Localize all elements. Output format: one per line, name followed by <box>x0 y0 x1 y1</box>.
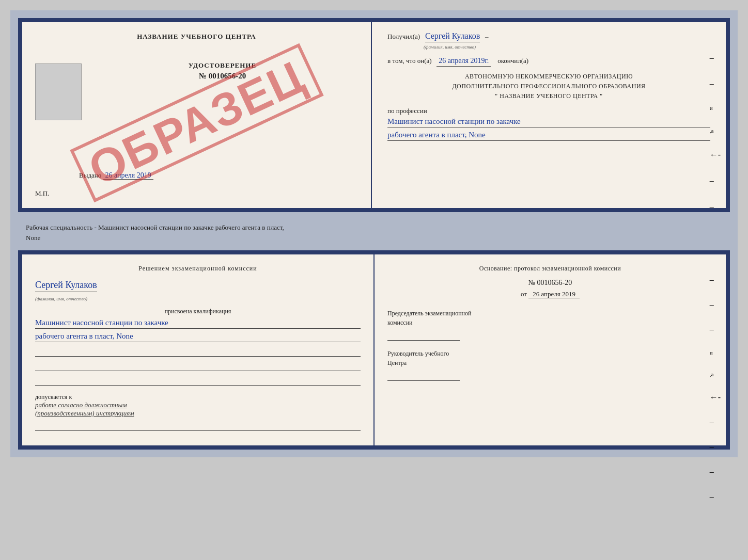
diploma-bottom-right: Основание: протокол экзаменационной коми… <box>375 254 726 445</box>
underline4 <box>35 421 361 431</box>
underline2 <box>35 361 361 371</box>
vydano-label: Выдано <box>79 171 101 179</box>
po-professii-label: по профессии <box>387 107 710 115</box>
udostoverenie-block: УДОСТОВЕРЕНИЕ № 0010656-20 <box>87 61 358 81</box>
protocol-number: № 0010656-20 <box>387 279 713 287</box>
rukovoditel-podpis-line <box>387 371 460 381</box>
dopuskaetsya-block: допускается к работе согласно должностны… <box>35 393 361 418</box>
org-line3: " НАЗВАНИЕ УЧЕБНОГО ЦЕНТРА " <box>387 91 710 101</box>
osnovaniye-block: Основание: протокол экзаменационной коми… <box>387 265 713 273</box>
profession-line1: Машинист насосной станции по закачке <box>387 117 710 127</box>
osnovaniye-label: Основание: протокол экзаменационной коми… <box>479 265 621 272</box>
udostoverenie-number: № 0010656-20 <box>87 72 358 81</box>
dopuskaetsya-label: допускается к <box>35 393 72 401</box>
familiya-label-top: (фамилия, имя, отчество) <box>424 44 476 50</box>
bottom-name: Сергей Кулаков <box>35 280 97 292</box>
photo-placeholder <box>35 63 82 120</box>
qual-line2: рабочего агента в пласт, None <box>35 332 361 342</box>
okonchil-label: окончил(а) <box>497 57 528 65</box>
rukovoditel-block: Руководитель учебногоЦентра <box>387 349 713 381</box>
completion-date: 26 апреля 2019г. <box>437 57 491 67</box>
ot-date: 26 апреля 2019 <box>528 290 580 298</box>
qual-line1: Машинист насосной станции по закачке <box>35 318 361 329</box>
vydano-line: Выдано 26 апреля 2019 <box>79 171 153 180</box>
diploma-top: НАЗВАНИЕ УЧЕБНОГО ЦЕНТРА УДОСТОВЕРЕНИЕ №… <box>18 18 730 212</box>
prisvoyena-label: присвоена квалификация <box>35 308 361 315</box>
ot-date-block: от 26 апреля 2019 <box>387 290 713 298</box>
number-label: № 0010656-20 <box>528 279 572 286</box>
bottom-familiya-label: (фамилия, имя, отчество) <box>35 296 87 301</box>
diploma-bottom: Решением экзаменационной комиссии Сергей… <box>18 250 730 450</box>
vtom-line: в том, что он(а) 26 апреля 2019г. окончи… <box>387 57 710 67</box>
org-line2: ДОПОЛНИТЕЛЬНОГО ПРОФЕССИОНАЛЬНОГО ОБРАЗО… <box>387 82 710 91</box>
vtom-label: в том, что он(а) <box>387 57 432 65</box>
underline3 <box>35 375 361 386</box>
recipient-name: Сергей Кулаков <box>425 31 480 42</box>
profession-line2: рабочего агента в пласт, None <box>387 131 710 141</box>
rukovoditel-label: Руководитель учебногоЦентра <box>387 350 449 366</box>
dopuskaetsya-work: работе согласно должностным(производстве… <box>35 401 361 418</box>
diploma-right: Получил(а) Сергей Кулаков – (фамилия, им… <box>372 22 726 208</box>
vydano-date: 26 апреля 2019 <box>103 171 153 180</box>
bottom-name-block: Сергей Кулаков (фамилия, имя, отчество) <box>35 280 361 302</box>
page-wrapper: НАЗВАНИЕ УЧЕБНОГО ЦЕНТРА УДОСТОВЕРЕНИЕ №… <box>10 10 738 457</box>
poluchil-label: Получил(а) <box>387 33 420 40</box>
predsedatel-podpis-line <box>387 330 460 341</box>
resheniem-text: Решением экзаменационной комиссии <box>35 265 361 273</box>
cert-title: НАЗВАНИЕ УЧЕБНОГО ЦЕНТРА <box>35 33 358 41</box>
middle-text: Рабочая специальность - Машинист насосно… <box>18 217 730 245</box>
right-dashes: – – и ,а ←- – – <box>710 53 721 211</box>
predsedatel-label: Председатель экзаменационнойкомиссии <box>387 310 471 326</box>
ot-label: от <box>521 290 527 298</box>
udostoverenie-label: УДОСТОВЕРЕНИЕ <box>87 61 358 70</box>
diploma-bottom-left: Решением экзаменационной комиссии Сергей… <box>22 254 375 445</box>
predsedatel-block: Председатель экзаменационнойкомиссии <box>387 309 713 341</box>
poluchil-line: Получил(а) Сергей Кулаков – (фамилия, им… <box>387 31 710 51</box>
org-line1: АВТОНОМНУЮ НЕКОММЕРЧЕСКУЮ ОРГАНИЗАЦИЮ <box>387 72 710 82</box>
diploma-left: НАЗВАНИЕ УЧЕБНОГО ЦЕНТРА УДОСТОВЕРЕНИЕ №… <box>22 22 372 208</box>
middle-text-content: Рабочая специальность - Машинист насосно… <box>26 223 284 242</box>
mp-label: М.П. <box>35 189 49 198</box>
bottom-right-dashes: – – – и ,а ←- – – – – <box>710 275 721 501</box>
underline1 <box>35 346 361 357</box>
org-block: АВТОНОМНУЮ НЕКОММЕРЧЕСКУЮ ОРГАНИЗАЦИЮ ДО… <box>387 72 710 102</box>
